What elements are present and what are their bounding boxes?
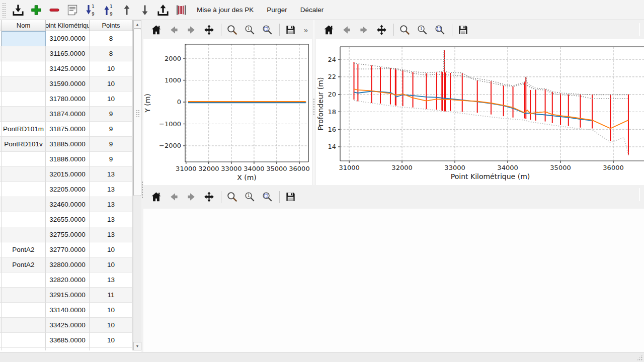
cell-pk[interactable]: 32770.0000 [46, 242, 90, 257]
sort-ascending-icon[interactable]: 19 [84, 4, 97, 17]
zoom-one-icon[interactable]: 1 [244, 191, 256, 203]
zoom-selection-icon[interactable] [434, 24, 446, 36]
cell-points[interactable]: 10 [90, 333, 133, 348]
cell-nom[interactable] [2, 333, 46, 348]
cell-nom[interactable] [2, 288, 46, 303]
sort-descending-icon[interactable]: 19 [102, 4, 115, 17]
cell-nom[interactable] [2, 31, 46, 46]
cell-nom[interactable] [2, 273, 46, 288]
save-icon[interactable] [457, 24, 469, 36]
cell-nom[interactable]: PontRD101v [2, 137, 46, 152]
cell-nom[interactable] [2, 227, 46, 242]
cell-pk[interactable]: 31090.0000 [46, 31, 90, 46]
forward-icon[interactable] [186, 191, 197, 203]
home-icon[interactable] [323, 24, 335, 36]
shift-button[interactable]: Décaler [295, 3, 329, 17]
cell-nom[interactable] [2, 76, 46, 92]
scroll-down-icon[interactable]: ▼ [133, 342, 141, 350]
cell-pk[interactable]: 31425.0000 [46, 61, 90, 76]
cell-pk[interactable]: 32755.0000 [46, 227, 90, 242]
import-icon[interactable] [12, 4, 25, 17]
cell-points[interactable]: 10 [90, 303, 133, 318]
cell-pk[interactable]: 31886.0000 [46, 152, 90, 167]
cell-points[interactable]: 10 [90, 61, 133, 76]
resize-grip-icon[interactable] [636, 354, 643, 361]
cell-points[interactable]: 10 [90, 242, 133, 257]
cell-points[interactable]: 13 [90, 227, 133, 242]
zoom-rect-icon[interactable] [399, 24, 411, 36]
cell-pk[interactable]: 32820.0000 [46, 273, 90, 288]
zoom-one-icon[interactable]: 1 [244, 24, 256, 36]
cell-pk[interactable]: 32915.0000 [46, 288, 90, 303]
cell-points[interactable]: 13 [90, 273, 133, 288]
purge-button[interactable]: Purger [262, 3, 292, 17]
zoom-selection-icon[interactable] [262, 191, 273, 203]
cell-points[interactable]: 9 [90, 137, 133, 152]
scrollbar-thumb[interactable] [133, 29, 141, 196]
add-icon[interactable] [30, 4, 43, 17]
move-up-icon[interactable] [120, 4, 133, 17]
forward-icon[interactable] [186, 24, 197, 36]
cell-pk[interactable]: 31780.0000 [46, 92, 90, 107]
xy-plot-canvas[interactable]: 310003200033000340003500036000−2000−1000… [143, 39, 312, 184]
cell-pk[interactable]: 31875.0000 [46, 122, 90, 137]
cell-nom[interactable] [2, 318, 46, 333]
cell-pk[interactable]: 33140.0000 [46, 303, 90, 318]
remove-icon[interactable] [48, 4, 61, 17]
cell-nom[interactable] [2, 212, 46, 227]
cell-pk[interactable]: 33685.0000 [46, 333, 90, 348]
cell-points[interactable]: 10 [90, 257, 133, 273]
cell-nom[interactable] [2, 46, 46, 61]
cell-points[interactable]: 10 [90, 318, 133, 333]
pan-icon[interactable] [376, 24, 387, 36]
update-pk-button[interactable]: Mise à jour des PK [192, 3, 259, 17]
scroll-up-icon[interactable]: ▲ [133, 20, 141, 29]
zoom-selection-icon[interactable] [262, 24, 273, 36]
cell-points[interactable]: 10 [90, 92, 133, 107]
cell-points[interactable]: 9 [90, 107, 133, 122]
cell-points[interactable]: 8 [90, 46, 133, 61]
cell-pk[interactable]: 31874.0000 [46, 107, 90, 122]
cell-nom[interactable] [2, 197, 46, 212]
cell-points[interactable]: 8 [90, 31, 133, 46]
cell-nom[interactable] [2, 92, 46, 107]
toolbar-overflow-chevron-icon[interactable]: » [304, 26, 308, 34]
column-header-pk[interactable]: Point Kilométrique [46, 20, 90, 31]
cell-nom[interactable] [2, 303, 46, 318]
zoom-rect-icon[interactable] [226, 191, 238, 203]
forward-icon[interactable] [358, 24, 370, 36]
save-icon[interactable] [285, 24, 296, 36]
column-header-nom[interactable]: Nom [2, 20, 46, 31]
cell-points[interactable]: 13 [90, 182, 133, 197]
cell-points[interactable]: 11 [90, 288, 133, 303]
splitter-between-charts[interactable] [312, 20, 316, 185]
pan-icon[interactable] [203, 24, 215, 36]
bottom-plot-area[interactable] [143, 209, 644, 352]
pan-icon[interactable] [203, 191, 215, 203]
profiles-icon[interactable] [175, 4, 188, 17]
cell-points[interactable]: 13 [90, 212, 133, 227]
cell-pk[interactable]: 31165.0000 [46, 46, 90, 61]
cell-nom[interactable] [2, 61, 46, 76]
back-icon[interactable] [168, 191, 180, 203]
move-down-icon[interactable] [138, 4, 151, 17]
save-icon[interactable] [285, 191, 296, 203]
cell-pk[interactable]: 31885.0000 [46, 137, 90, 152]
cell-pk[interactable]: 33425.0000 [46, 318, 90, 333]
zoom-rect-icon[interactable] [226, 24, 238, 36]
cell-nom[interactable] [2, 152, 46, 167]
cell-points[interactable]: 9 [90, 152, 133, 167]
home-icon[interactable] [150, 24, 162, 36]
cell-pk[interactable]: 32015.0000 [46, 167, 90, 182]
cell-pk[interactable]: 32800.0000 [46, 257, 90, 273]
cell-pk[interactable]: 32205.0000 [46, 182, 90, 197]
table-scrollbar[interactable]: ▲ ▼ [133, 20, 141, 350]
cell-pk[interactable]: 32655.0000 [46, 212, 90, 227]
depth-plot-canvas[interactable]: 3100032000330003400035000360001416182022… [316, 39, 644, 185]
cell-points[interactable]: 9 [90, 122, 133, 137]
cell-pk[interactable]: 32460.0000 [46, 197, 90, 212]
export-icon[interactable] [156, 4, 170, 17]
cell-points[interactable]: 13 [90, 167, 133, 182]
column-header-points[interactable]: Points [90, 20, 133, 31]
back-icon[interactable] [168, 24, 180, 36]
